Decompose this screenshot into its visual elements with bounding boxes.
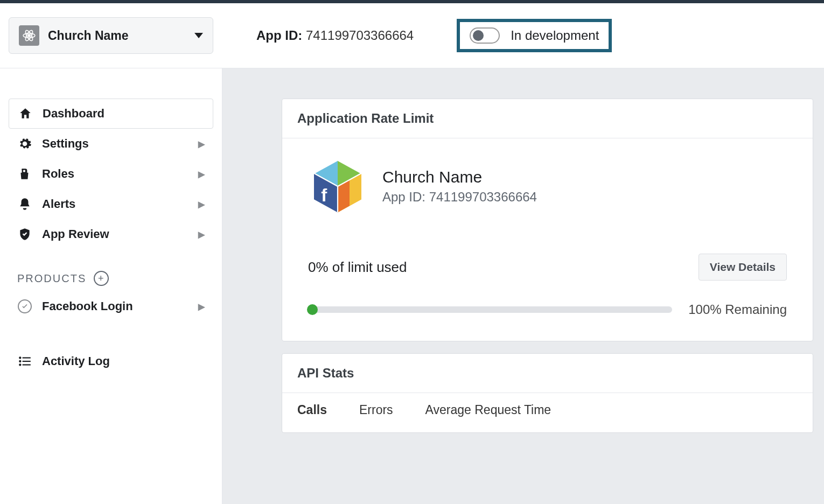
status-highlight-box: In development bbox=[457, 19, 612, 52]
chevron-right-icon: ▶ bbox=[198, 169, 205, 179]
check-circle-icon bbox=[17, 299, 32, 314]
development-mode-toggle[interactable] bbox=[470, 27, 500, 44]
chevron-right-icon: ▶ bbox=[198, 199, 205, 209]
app-name: Church Name bbox=[382, 168, 537, 186]
app-cube-icon: f bbox=[308, 157, 367, 216]
roles-icon bbox=[17, 166, 32, 181]
products-header-label: PRODUCTS bbox=[17, 272, 86, 285]
rate-limit-card: Application Rate Limit f bbox=[282, 99, 813, 341]
app-selector[interactable]: Church Name bbox=[9, 17, 213, 54]
chevron-down-icon bbox=[194, 33, 203, 38]
rate-limit-progress bbox=[308, 306, 672, 313]
toggle-knob bbox=[473, 30, 484, 41]
view-details-button[interactable]: View Details bbox=[699, 254, 787, 281]
sidebar-item-dashboard[interactable]: Dashboard bbox=[9, 99, 213, 129]
sidebar-item-label: App Review bbox=[42, 227, 188, 241]
remaining-text: 100% Remaining bbox=[688, 302, 787, 317]
tab-errors[interactable]: Errors bbox=[359, 403, 393, 417]
chevron-right-icon: ▶ bbox=[198, 229, 205, 240]
atom-icon bbox=[19, 25, 39, 46]
svg-point-8 bbox=[19, 363, 21, 366]
tab-calls[interactable]: Calls bbox=[297, 403, 327, 417]
gear-icon bbox=[17, 136, 32, 151]
limit-used-text: 0% of limit used bbox=[308, 259, 407, 276]
tab-avg-request-time[interactable]: Average Request Time bbox=[425, 403, 551, 417]
sidebar-item-roles[interactable]: Roles ▶ bbox=[9, 159, 213, 189]
chevron-right-icon: ▶ bbox=[198, 302, 205, 312]
shield-icon bbox=[17, 227, 32, 242]
app-id-label: App ID: bbox=[256, 28, 302, 43]
sidebar-item-alerts[interactable]: Alerts ▶ bbox=[9, 189, 213, 219]
rate-limit-title: Application Rate Limit bbox=[282, 99, 813, 138]
svg-point-6 bbox=[19, 360, 21, 362]
svg-rect-7 bbox=[23, 361, 31, 362]
sidebar-item-label: Facebook Login bbox=[42, 299, 188, 313]
status-text: In development bbox=[511, 28, 599, 43]
svg-text:f: f bbox=[321, 185, 327, 205]
bell-icon bbox=[17, 197, 32, 212]
add-product-button[interactable]: + bbox=[94, 271, 109, 286]
sidebar-item-label: Dashboard bbox=[43, 107, 204, 121]
progress-indicator bbox=[307, 304, 318, 315]
sidebar-item-facebook-login[interactable]: Facebook Login ▶ bbox=[9, 291, 213, 321]
products-header: PRODUCTS + bbox=[9, 271, 213, 286]
sidebar-item-app-review[interactable]: App Review ▶ bbox=[9, 219, 213, 249]
svg-point-4 bbox=[19, 356, 21, 359]
app-id-value: 741199703366664 bbox=[429, 190, 537, 204]
svg-rect-9 bbox=[23, 364, 31, 365]
home-icon bbox=[18, 106, 33, 121]
sidebar-item-label: Activity Log bbox=[42, 354, 205, 368]
app-id-label: App ID: bbox=[382, 190, 425, 204]
svg-point-0 bbox=[28, 34, 30, 37]
sidebar-item-label: Alerts bbox=[42, 197, 188, 211]
chevron-right-icon: ▶ bbox=[198, 139, 205, 149]
app-id-line: App ID: 741199703366664 bbox=[382, 190, 537, 205]
app-id-display: App ID: 741199703366664 bbox=[256, 28, 414, 43]
api-stats-card: API Stats Calls Errors Average Request T… bbox=[282, 353, 813, 433]
sidebar: Dashboard Settings ▶ Roles ▶ Alerts ▶ bbox=[0, 68, 222, 504]
svg-rect-5 bbox=[23, 357, 31, 358]
api-stats-title: API Stats bbox=[282, 354, 813, 393]
list-icon bbox=[17, 354, 32, 369]
app-id-value: 741199703366664 bbox=[306, 28, 414, 43]
sidebar-item-label: Settings bbox=[42, 137, 188, 151]
sidebar-item-label: Roles bbox=[42, 167, 188, 181]
app-selector-name: Church Name bbox=[48, 29, 186, 43]
sidebar-item-activity-log[interactable]: Activity Log bbox=[9, 346, 213, 376]
sidebar-item-settings[interactable]: Settings ▶ bbox=[9, 129, 213, 159]
main-content: Application Rate Limit f bbox=[222, 68, 824, 504]
